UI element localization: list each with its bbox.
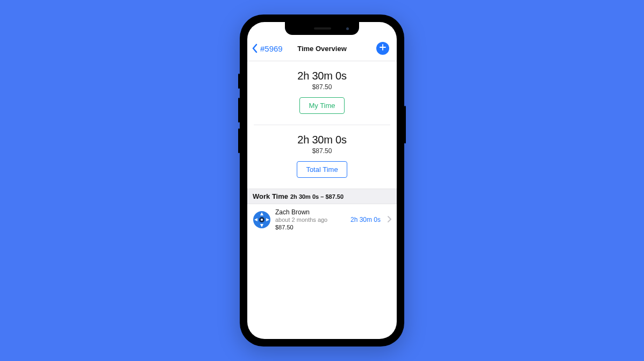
plus-icon	[379, 44, 387, 53]
device-side-button	[238, 74, 240, 89]
entry-meta: Zach Brown about 2 months ago $87.50	[275, 208, 346, 232]
work-time-section-header: Work Time 2h 30m 0s – $87.50	[247, 189, 397, 204]
device-side-button	[238, 128, 240, 153]
add-button[interactable]	[376, 42, 389, 55]
total-time-button[interactable]: Total Time	[297, 161, 347, 178]
total-time-amount: $87.50	[312, 147, 332, 155]
back-label: #5969	[260, 44, 283, 53]
time-entry-row[interactable]: Zach Brown about 2 months ago $87.50 2h …	[247, 204, 397, 236]
device-side-button	[238, 98, 240, 122]
back-button[interactable]: #5969	[251, 42, 283, 54]
my-time-amount: $87.50	[312, 83, 332, 91]
device-side-button	[404, 106, 406, 143]
my-time-button[interactable]: My Time	[299, 97, 344, 114]
entry-amount: $87.50	[275, 224, 346, 232]
chevron-right-icon	[387, 215, 391, 225]
my-time-section: 2h 30m 0s $87.50 My Time	[247, 61, 397, 125]
entry-name: Zach Brown	[275, 208, 346, 216]
work-time-label: Work Time	[253, 192, 288, 200]
total-time-section: 2h 30m 0s $87.50 Total Time	[247, 125, 397, 189]
svg-point-7	[261, 219, 263, 221]
chevron-left-icon	[251, 42, 259, 54]
page-title: Time Overview	[297, 45, 347, 53]
my-time-duration: 2h 30m 0s	[297, 70, 347, 82]
avatar	[253, 211, 271, 229]
screen: #5969 Time Overview 2h 30m 0s $87.50 My …	[247, 22, 397, 339]
work-time-detail: 2h 30m 0s – $87.50	[290, 193, 344, 200]
entry-duration: 2h 30m 0s	[350, 216, 381, 223]
total-time-duration: 2h 30m 0s	[297, 134, 347, 146]
device-frame: #5969 Time Overview 2h 30m 0s $87.50 My …	[240, 15, 404, 346]
entry-timestamp: about 2 months ago	[275, 216, 346, 224]
device-notch	[285, 22, 359, 35]
